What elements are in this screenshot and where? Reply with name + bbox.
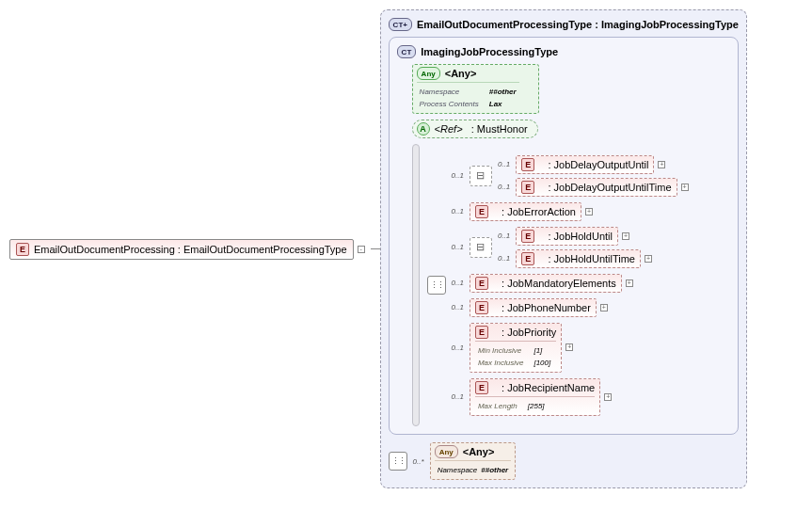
element-badge-icon: E: [475, 381, 488, 394]
element-badge-icon: E: [521, 158, 534, 171]
ref-label: : JobErrorAction: [493, 206, 576, 217]
ref-label: : JobMandatoryElements: [493, 278, 616, 289]
expand-icon[interactable]: +: [645, 255, 652, 263]
cardinality: 0..1: [498, 160, 510, 168]
schema-row: 0..10..1E : JobHoldUntil+0..1E : JobHold…: [452, 227, 689, 268]
inner-ct-title[interactable]: CT ImagingJobProcessingType: [397, 45, 730, 58]
sequence-icon[interactable]: [427, 276, 446, 295]
schema-row: 0..1E : JobDelayOutputUntil+: [498, 155, 689, 174]
ref-label: : JobPriority: [493, 327, 556, 338]
schema-row: 0..1E : JobHoldUntilTime+: [498, 249, 652, 268]
sequence-icon[interactable]: [389, 452, 407, 471]
element-ref[interactable]: E : JobHoldUntil: [516, 227, 618, 246]
cardinality: 0..1: [452, 343, 464, 352]
schema-row: 0..10..1E : JobDelayOutputUntil+0..1E : …: [452, 155, 689, 197]
outer-ct-title[interactable]: CT+ EmailOutDocumentProcessingType : Ima…: [389, 18, 739, 31]
facets: Max Length[255]: [475, 396, 595, 413]
element-ref[interactable]: E : JobHoldUntilTime: [516, 249, 641, 268]
cardinality: 0..1: [498, 254, 510, 263]
cardinality: 0..1: [452, 303, 464, 311]
ref-label: : JobHoldUntil: [539, 231, 613, 242]
complextype-badge-icon: CT: [397, 45, 417, 58]
schema-row: 0..1E : JobPriorityMin Inclusive[1]Max I…: [452, 323, 689, 373]
cardinality: 0..1: [452, 279, 464, 287]
expand-icon[interactable]: +: [565, 343, 573, 351]
element-badge-icon: E: [475, 277, 488, 290]
expand-icon[interactable]: +: [622, 232, 629, 240]
root-element-label: EmailOutDocumentProcessing : EmailOutDoc…: [34, 244, 347, 255]
choice-icon[interactable]: [470, 237, 492, 258]
choice-icon[interactable]: [470, 166, 492, 186]
schema-row: 0..1E : JobDelayOutputUntilTime+: [498, 178, 689, 197]
expand-icon[interactable]: +: [681, 184, 689, 191]
element-ref[interactable]: E : JobErrorAction: [470, 202, 581, 221]
sequence-bar: [412, 144, 420, 426]
element-badge-icon: E: [475, 326, 488, 339]
element-ref[interactable]: E : JobPhoneNumber: [470, 298, 597, 317]
any-badge-icon: Any: [417, 67, 440, 80]
expand-icon[interactable]: +: [626, 279, 633, 287]
expand-icon[interactable]: +: [585, 208, 593, 216]
element-badge-icon: E: [521, 252, 534, 265]
schema-row: 0..1E : JobRecipientNameMax Length[255]+: [452, 378, 689, 416]
expand-icon[interactable]: +: [658, 161, 665, 168]
element-ref[interactable]: E : JobPriorityMin Inclusive[1]Max Inclu…: [470, 323, 562, 373]
element-badge-icon: E: [521, 230, 534, 243]
ref-label: : JobDelayOutputUntil: [539, 159, 648, 170]
expand-icon[interactable]: +: [600, 304, 608, 311]
cardinality: 0..1: [452, 392, 464, 401]
cardinality: 0..1: [498, 183, 510, 191]
element-badge-icon: E: [475, 301, 488, 314]
element-badge-icon: E: [16, 243, 29, 256]
attribute-badge-icon: A: [417, 122, 430, 136]
cardinality: 0..1: [452, 207, 464, 216]
attribute-ref[interactable]: A <Ref> : MustHonor: [412, 120, 538, 138]
schema-row: 0..1E : JobErrorAction+: [452, 202, 689, 221]
cardinality: 0..*: [413, 457, 424, 466]
choice-group: 0..1E : JobHoldUntil+0..1E : JobHoldUnti…: [470, 227, 652, 268]
element-ref[interactable]: E : JobDelayOutputUntilTime: [516, 178, 677, 197]
element-badge-icon: E: [521, 181, 534, 194]
complex-type-inner: CT ImagingJobProcessingType Any <Any> Na…: [389, 37, 739, 435]
element-ref[interactable]: E : JobMandatoryElements: [470, 274, 622, 293]
complex-type-outer: CT+ EmailOutDocumentProcessingType : Ima…: [380, 9, 747, 488]
footer-sequence: 0..* Any <Any> Namespace##other: [389, 442, 739, 480]
any-badge-icon: Any: [435, 445, 458, 458]
element-ref[interactable]: E : JobRecipientNameMax Length[255]: [470, 378, 600, 416]
cardinality: 0..1: [452, 243, 464, 251]
schema-row: 0..1E : JobPhoneNumber+: [452, 298, 689, 317]
ref-label: : JobHoldUntilTime: [539, 253, 635, 264]
cardinality: 0..1: [498, 232, 510, 240]
choice-group: 0..1E : JobDelayOutputUntil+0..1E : JobD…: [470, 155, 689, 197]
ref-label: : JobDelayOutputUntilTime: [539, 182, 671, 193]
expand-icon[interactable]: +: [604, 393, 612, 401]
root-element[interactable]: E EmailOutDocumentProcessing : EmailOutD…: [9, 239, 365, 260]
cardinality: 0..1: [452, 171, 464, 180]
ref-label: : JobPhoneNumber: [493, 302, 591, 313]
complextype-badge-icon: CT+: [389, 18, 412, 31]
expand-icon[interactable]: -: [358, 246, 365, 253]
schema-row: 0..1E : JobHoldUntil+: [498, 227, 652, 246]
element-badge-icon: E: [475, 205, 488, 218]
sequence: 0..10..1E : JobDelayOutputUntil+0..1E : …: [412, 144, 730, 426]
facets: Min Inclusive[1]Max Inclusive[100]: [475, 341, 556, 370]
schema-row: 0..1E : JobMandatoryElements+: [452, 274, 689, 293]
ref-label: : JobRecipientName: [493, 382, 595, 393]
any-wildcard-other[interactable]: Any <Any> Namespace##other: [430, 442, 517, 480]
element-ref[interactable]: E : JobDelayOutputUntil: [516, 155, 654, 174]
schema-diagram: E EmailOutDocumentProcessing : EmailOutD…: [9, 9, 803, 488]
any-wildcard[interactable]: Any <Any> Namespace##other Process Conte…: [412, 64, 539, 114]
